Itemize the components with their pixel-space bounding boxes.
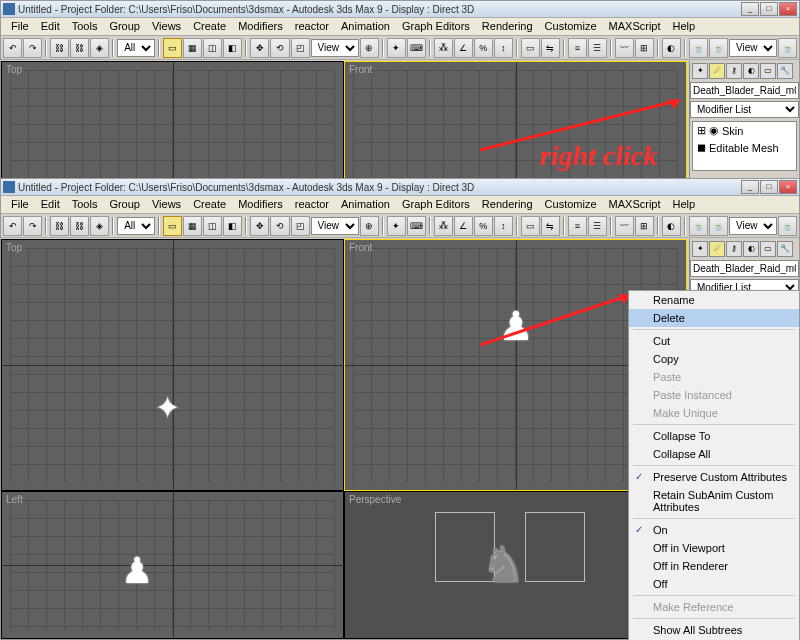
- ctx-retain-subanim[interactable]: Retain SubAnim Custom Attributes: [629, 486, 799, 516]
- render-scene-icon[interactable]: 🍵: [689, 216, 708, 236]
- menu-customize[interactable]: Customize: [539, 196, 603, 213]
- viewport-left-2[interactable]: Left ♟: [1, 491, 344, 639]
- named-sel-icon[interactable]: ▭: [521, 38, 540, 58]
- menu-tools[interactable]: Tools: [66, 196, 104, 213]
- ctx-collapse-all[interactable]: Collapse All: [629, 445, 799, 463]
- snap-icon[interactable]: ⁂: [434, 38, 453, 58]
- schematic-icon[interactable]: ⊞: [635, 216, 654, 236]
- menu-create[interactable]: Create: [187, 196, 232, 213]
- select-name-icon[interactable]: ▦: [183, 216, 202, 236]
- display-tab-icon[interactable]: ▭: [760, 241, 776, 257]
- create-tab-icon[interactable]: ✦: [692, 63, 708, 79]
- minimize-button[interactable]: _: [741, 2, 759, 16]
- mirror-icon[interactable]: ⇋: [541, 216, 560, 236]
- ctx-cut[interactable]: Cut: [629, 332, 799, 350]
- snap-icon[interactable]: ⁂: [434, 216, 453, 236]
- select-icon[interactable]: ▭: [163, 38, 182, 58]
- selection-filter-dropdown[interactable]: All: [117, 217, 155, 235]
- menu-edit[interactable]: Edit: [35, 18, 66, 35]
- mirror-icon[interactable]: ⇋: [541, 38, 560, 58]
- schematic-icon[interactable]: ⊞: [635, 38, 654, 58]
- render-last-icon[interactable]: 🍵: [778, 216, 797, 236]
- scale-icon[interactable]: ◰: [291, 216, 310, 236]
- render-last-icon[interactable]: 🍵: [778, 38, 797, 58]
- spinner-snap-icon[interactable]: ↕: [494, 38, 513, 58]
- ctx-paste[interactable]: Paste: [629, 368, 799, 386]
- pivot-icon[interactable]: ⊕: [360, 38, 379, 58]
- ctx-off-viewport[interactable]: Off in Viewport: [629, 539, 799, 557]
- menu-reactor[interactable]: reactor: [289, 18, 335, 35]
- motion-tab-icon[interactable]: ◐: [743, 241, 759, 257]
- hierarchy-tab-icon[interactable]: ⚷: [726, 241, 742, 257]
- layers-icon[interactable]: ☰: [588, 216, 607, 236]
- bind-icon[interactable]: ◈: [90, 38, 109, 58]
- object-name-field[interactable]: [690, 260, 799, 277]
- undo-icon[interactable]: ↶: [3, 38, 22, 58]
- modify-tab-icon[interactable]: ☄: [709, 241, 725, 257]
- select-icon[interactable]: ▭: [163, 216, 182, 236]
- ctx-show-all-subtrees[interactable]: Show All Subtrees: [629, 621, 799, 639]
- window-crossing-icon[interactable]: ◧: [223, 38, 242, 58]
- scale-icon[interactable]: ◰: [291, 38, 310, 58]
- object-name-field[interactable]: [690, 82, 799, 99]
- percent-snap-icon[interactable]: %: [474, 216, 493, 236]
- material-icon[interactable]: ◐: [662, 216, 681, 236]
- ctx-collapse-to[interactable]: Collapse To: [629, 427, 799, 445]
- maximize-button[interactable]: □: [760, 180, 778, 194]
- menu-animation[interactable]: Animation: [335, 196, 396, 213]
- selection-filter-dropdown[interactable]: All: [117, 39, 155, 57]
- menu-customize[interactable]: Customize: [539, 18, 603, 35]
- display-tab-icon[interactable]: ▭: [760, 63, 776, 79]
- ctx-make-reference[interactable]: Make Reference: [629, 598, 799, 616]
- menu-rendering[interactable]: Rendering: [476, 18, 539, 35]
- close-button[interactable]: ×: [779, 180, 797, 194]
- menu-grapheditors[interactable]: Graph Editors: [396, 196, 476, 213]
- menu-animation[interactable]: Animation: [335, 18, 396, 35]
- hierarchy-tab-icon[interactable]: ⚷: [726, 63, 742, 79]
- quick-render-icon[interactable]: 🍵: [709, 216, 728, 236]
- select-region-icon[interactable]: ◫: [203, 38, 222, 58]
- ctx-rename[interactable]: Rename: [629, 291, 799, 309]
- named-sel-icon[interactable]: ▭: [521, 216, 540, 236]
- ctx-on[interactable]: ✓On: [629, 521, 799, 539]
- ctx-preserve-attrs[interactable]: ✓Preserve Custom Attributes: [629, 468, 799, 486]
- modifier-editmesh[interactable]: ◼Editable Mesh: [693, 139, 796, 156]
- menu-views[interactable]: Views: [146, 18, 187, 35]
- unlink-icon[interactable]: ⛓: [70, 38, 89, 58]
- menu-modifiers[interactable]: Modifiers: [232, 196, 289, 213]
- refcoord-dropdown[interactable]: View: [311, 39, 359, 57]
- maximize-button[interactable]: □: [760, 2, 778, 16]
- ctx-paste-instanced[interactable]: Paste Instanced: [629, 386, 799, 404]
- modifier-list-dropdown[interactable]: Modifier List: [690, 101, 799, 118]
- bind-icon[interactable]: ◈: [90, 216, 109, 236]
- unlink-icon[interactable]: ⛓: [70, 216, 89, 236]
- window-crossing-icon[interactable]: ◧: [223, 216, 242, 236]
- modify-tab-icon[interactable]: ☄: [709, 63, 725, 79]
- menu-file[interactable]: File: [5, 18, 35, 35]
- keyboard-icon[interactable]: ⌨: [407, 38, 426, 58]
- rotate-icon[interactable]: ⟲: [270, 216, 289, 236]
- quick-render-icon[interactable]: 🍵: [709, 38, 728, 58]
- menu-help[interactable]: Help: [667, 18, 702, 35]
- material-icon[interactable]: ◐: [662, 38, 681, 58]
- curve-editor-icon[interactable]: 〰: [615, 38, 634, 58]
- redo-icon[interactable]: ↷: [23, 38, 42, 58]
- ctx-make-unique[interactable]: Make Unique: [629, 404, 799, 422]
- create-tab-icon[interactable]: ✦: [692, 241, 708, 257]
- ctx-off[interactable]: Off: [629, 575, 799, 593]
- refcoord-dropdown[interactable]: View: [311, 217, 359, 235]
- move-icon[interactable]: ✥: [250, 38, 269, 58]
- close-button[interactable]: ×: [779, 2, 797, 16]
- align-icon[interactable]: ≡: [568, 38, 587, 58]
- menu-edit[interactable]: Edit: [35, 196, 66, 213]
- menu-rendering[interactable]: Rendering: [476, 196, 539, 213]
- menu-tools[interactable]: Tools: [66, 18, 104, 35]
- move-icon[interactable]: ✥: [250, 216, 269, 236]
- pivot-icon[interactable]: ⊕: [360, 216, 379, 236]
- ctx-delete[interactable]: Delete: [629, 309, 799, 327]
- angle-snap-icon[interactable]: ∠: [454, 216, 473, 236]
- undo-icon[interactable]: ↶: [3, 216, 22, 236]
- select-region-icon[interactable]: ◫: [203, 216, 222, 236]
- modifier-stack-1[interactable]: ⊞◉Skin ◼Editable Mesh: [692, 121, 797, 171]
- menu-file[interactable]: File: [5, 196, 35, 213]
